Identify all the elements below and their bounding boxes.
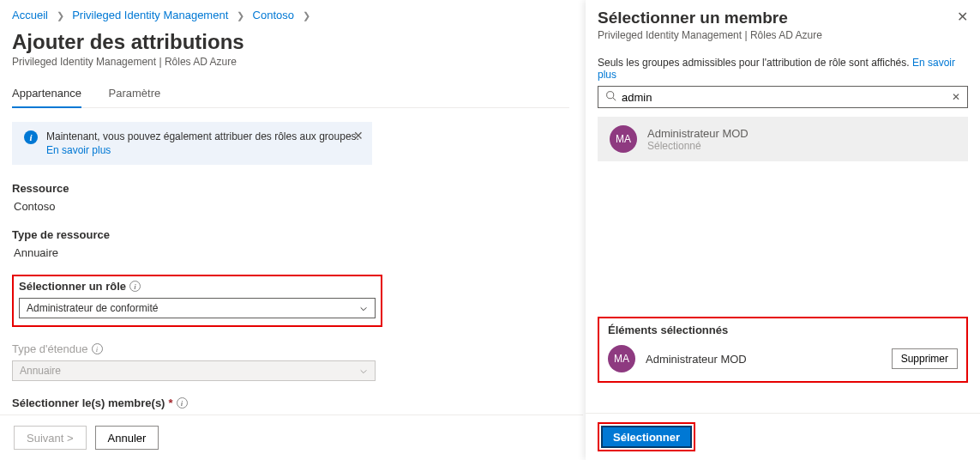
scope-type-value: Annuaire (20, 365, 61, 377)
panel-close-icon[interactable]: ✕ (957, 9, 968, 25)
tabs: Appartenance Paramètre (12, 80, 569, 108)
remove-button[interactable]: Supprimer (892, 348, 958, 369)
panel-title: Sélectionner un membre (598, 9, 788, 27)
scope-type-label: Type d'étendue i (12, 342, 569, 355)
select-members-label: Sélectionner le(s) membre(s) * i (12, 396, 569, 409)
scope-type-label-text: Type d'étendue (12, 342, 88, 355)
page-title: Ajouter des attributions (12, 30, 569, 54)
result-name: Administrateur MOD (647, 127, 749, 140)
select-role-label: Sélectionner un rôle i (19, 280, 376, 293)
panel-note-text: Seuls les groupes admissibles pour l'att… (598, 57, 910, 69)
banner-close-icon[interactable]: ✕ (353, 129, 364, 142)
role-highlight-box: Sélectionner un rôle i Administrateur de… (12, 275, 382, 327)
select-members-label-text: Sélectionner le(s) membre(s) (12, 396, 165, 409)
clear-search-icon[interactable]: ✕ (952, 91, 960, 103)
info-icon: i (24, 130, 38, 144)
select-member-panel: Sélectionner un membre ✕ Privileged Iden… (586, 0, 980, 460)
svg-point-0 (607, 92, 614, 99)
panel-subtitle: Privileged Identity Management | Rôles A… (598, 29, 968, 41)
banner-learn-more[interactable]: En savoir plus (46, 144, 359, 156)
search-icon (605, 90, 616, 104)
breadcrumb-pim[interactable]: Privileged Identity Management (72, 9, 228, 21)
avatar: MA (608, 345, 635, 372)
select-role-label-text: Sélectionner un rôle (19, 280, 126, 293)
cancel-button[interactable]: Annuler (95, 426, 159, 450)
chevron-down-icon (359, 366, 368, 375)
page-subtitle: Privileged Identity Management | Rôles A… (12, 56, 569, 68)
info-banner-text: Maintenant, vous pouvez également attrib… (46, 130, 359, 156)
resource-type-value: Annuaire (12, 246, 569, 259)
member-search-input[interactable]: ✕ (598, 86, 968, 108)
svg-line-1 (613, 98, 616, 100)
select-button-highlight: Sélectionner (598, 422, 695, 451)
info-small-icon[interactable]: i (92, 343, 103, 354)
breadcrumb-home[interactable]: Accueil (12, 9, 48, 21)
info-banner: i Maintenant, vous pouvez également attr… (12, 122, 372, 165)
main-footer: Suivant > Annuler (0, 415, 583, 460)
chevron-right-icon: ❯ (237, 10, 244, 21)
result-status: Sélectionné (647, 140, 749, 152)
selected-heading: Éléments sélectionnés (608, 324, 958, 336)
breadcrumb-contoso[interactable]: Contoso (253, 9, 294, 21)
info-small-icon[interactable]: i (129, 281, 141, 292)
resource-value: Contoso (12, 200, 569, 213)
resource-type-label: Type de ressource (12, 228, 569, 241)
select-role-dropdown[interactable]: Administrateur de conformité (19, 298, 376, 318)
panel-footer: Sélectionner (586, 413, 980, 460)
selected-name: Administrateur MOD (646, 353, 881, 366)
breadcrumb: Accueil ❯ Privileged Identity Management… (12, 9, 569, 21)
required-asterisk: * (168, 396, 172, 409)
selected-items-box: Éléments sélectionnés MA Administrateur … (598, 317, 968, 383)
select-button[interactable]: Sélectionner (601, 426, 692, 448)
select-role-value: Administrateur de conformité (27, 302, 158, 314)
next-button[interactable]: Suivant > (14, 426, 87, 450)
info-small-icon[interactable]: i (177, 397, 188, 409)
search-field[interactable] (622, 91, 947, 104)
tab-settings[interactable]: Paramètre (109, 80, 161, 106)
avatar: MA (610, 125, 637, 153)
scope-type-dropdown: Annuaire (12, 360, 376, 381)
banner-message: Maintenant, vous pouvez également attrib… (46, 130, 359, 142)
chevron-right-icon: ❯ (57, 10, 64, 21)
result-row[interactable]: MA Administrateur MOD Sélectionné (598, 117, 968, 161)
panel-note: Seuls les groupes admissibles pour l'att… (598, 57, 968, 81)
resource-label: Ressource (12, 182, 569, 195)
chevron-right-icon: ❯ (303, 10, 310, 21)
chevron-down-icon (359, 304, 368, 312)
selected-row: MA Administrateur MOD Supprimer (608, 345, 958, 372)
tab-membership[interactable]: Appartenance (12, 80, 81, 108)
